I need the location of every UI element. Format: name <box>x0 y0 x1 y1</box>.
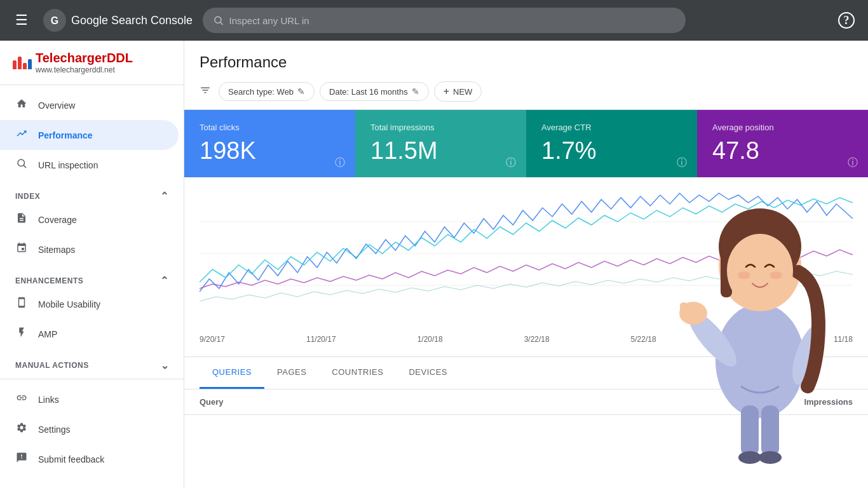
sidebar-item-performance[interactable]: Performance <box>0 120 179 150</box>
sidebar-section-index[interactable]: Index ⌃ <box>0 180 184 205</box>
sidebar-item-links[interactable]: Links <box>0 384 179 414</box>
clicks-col-label: Clicks <box>742 397 766 407</box>
sidebar-logo: TelechargerDDL www.telechargerddl.net <box>0 41 184 85</box>
clicks-help-icon[interactable]: ⓘ <box>335 156 345 170</box>
chart-area: 9/20/17 11/20/17 1/20/18 3/22/18 5/22/18… <box>184 177 868 357</box>
link-icon <box>15 392 28 407</box>
date-filter[interactable]: Date: Last 16 months ✎ <box>320 82 429 101</box>
sort-icon: ▼ <box>768 397 776 407</box>
sidebar-section-manual-actions[interactable]: Manual actions ⌃ <box>0 349 184 374</box>
main-content: Performance Search type: Web ✎ Date: Las… <box>184 41 868 488</box>
sidebar-section-enhancements[interactable]: Enhancements ⌃ <box>0 264 184 289</box>
metric-ctr[interactable]: Average CTR 1.7% ⓘ <box>526 110 697 177</box>
position-label: Average position <box>712 123 853 132</box>
filter-bar: Search type: Web ✎ Date: Last 16 months … <box>200 81 853 102</box>
date-label-3: 3/22/18 <box>524 335 550 344</box>
tab-countries-label: COUNTRIES <box>332 367 383 377</box>
date-edit-icon: ✎ <box>412 86 419 97</box>
table-header: Query Clicks ▼ Impressions <box>184 390 868 415</box>
sidebar-item-mobile-usability[interactable]: Mobile Usability <box>0 289 179 319</box>
tab-queries-label: QUERIES <box>212 367 252 377</box>
clicks-value: 198K <box>200 137 340 165</box>
ctr-label: Average CTR <box>541 123 682 132</box>
search-bar[interactable] <box>203 8 686 33</box>
svg-text:G: G <box>51 15 58 26</box>
help-button[interactable]: ? <box>835 9 858 32</box>
home-icon <box>15 98 28 112</box>
sidebar-item-sitemaps-label: Sitemaps <box>38 245 75 255</box>
date-label: Date: Last 16 months <box>329 87 408 97</box>
sidebar-item-sitemaps[interactable]: Sitemaps <box>0 234 179 264</box>
sidebar-item-submit-feedback-label: Submit feedback <box>38 454 104 464</box>
sidebar-item-url-inspection-label: URL inspection <box>38 160 98 170</box>
sidebar-item-submit-feedback[interactable]: Submit feedback <box>0 444 179 474</box>
sidebar-item-amp[interactable]: AMP <box>0 319 179 349</box>
enhancements-chevron-icon: ⌃ <box>160 274 169 287</box>
query-column-header: Query <box>200 397 700 407</box>
impressions-value: 11.5M <box>370 137 511 165</box>
settings-icon <box>15 422 28 437</box>
manual-actions-chevron-icon: ⌃ <box>160 359 169 371</box>
metric-clicks[interactable]: Total clicks 198K ⓘ <box>184 110 355 177</box>
logo-chart-icon <box>13 57 32 69</box>
position-value: 47.8 <box>712 137 853 165</box>
hamburger-menu-button[interactable]: ☰ <box>10 7 33 34</box>
ctr-help-icon[interactable]: ⓘ <box>677 156 687 170</box>
search-icon <box>213 15 224 26</box>
sidebar-item-mobile-usability-label: Mobile Usability <box>38 299 100 309</box>
clicks-label: Total clicks <box>200 123 340 132</box>
index-chevron-icon: ⌃ <box>160 190 169 202</box>
page-title: Performance <box>200 53 853 71</box>
clicks-column-header[interactable]: Clicks ▼ <box>700 397 776 407</box>
sitemaps-icon <box>15 242 28 257</box>
page-header: Performance Search type: Web ✎ Date: Las… <box>184 41 868 110</box>
filter-icon <box>200 85 211 99</box>
position-help-icon[interactable]: ⓘ <box>848 156 858 170</box>
sidebar-item-coverage[interactable]: Coverage <box>0 205 179 234</box>
date-label-6: 11/18 <box>834 335 853 344</box>
impressions-help-icon[interactable]: ⓘ <box>506 156 516 170</box>
sidebar-section-enhancements-label: Enhancements <box>15 276 83 285</box>
svg-line-5 <box>24 165 25 167</box>
tab-queries[interactable]: QUERIES <box>200 357 264 389</box>
sidebar-item-settings-label: Settings <box>38 424 71 435</box>
sidebar-item-url-inspection[interactable]: URL inspection <box>0 150 179 180</box>
app-logo-area: G Google Search Console <box>43 9 193 32</box>
date-label-1: 11/20/17 <box>306 335 336 344</box>
sidebar-section-index-label: Index <box>15 192 40 201</box>
plus-icon: + <box>444 86 449 97</box>
sidebar-item-overview[interactable]: Overview <box>0 90 179 120</box>
help-icon: ? <box>838 12 855 29</box>
sidebar-item-performance-label: Performance <box>38 130 93 140</box>
svg-line-3 <box>220 22 222 24</box>
sidebar: TelechargerDDL www.telechargerddl.net Ov… <box>0 41 184 488</box>
chart-dates: 9/20/17 11/20/17 1/20/18 3/22/18 5/22/18… <box>200 330 853 344</box>
sidebar-item-links-label: Links <box>38 395 59 405</box>
sidebar-nav: Overview Performance URL inspection Inde… <box>0 85 184 479</box>
metric-position[interactable]: Average position 47.8 ⓘ <box>697 110 868 177</box>
tab-pages[interactable]: PAGES <box>264 357 319 389</box>
search-type-filter[interactable]: Search type: Web ✎ <box>219 82 315 101</box>
logo-url: www.telechargerddl.net <box>36 65 133 74</box>
tab-devices[interactable]: DEVICES <box>396 357 460 389</box>
logo-text-ddl: DDL <box>107 51 133 65</box>
tab-devices-label: DEVICES <box>409 367 447 377</box>
new-filter-label: NEW <box>453 87 472 97</box>
tab-countries[interactable]: COUNTRIES <box>319 357 396 389</box>
top-navigation: ☰ G Google Search Console ? <box>0 0 868 41</box>
metrics-row: Total clicks 198K ⓘ Total impressions 11… <box>184 110 868 177</box>
logo-text-telecharger: Telecharger <box>36 51 107 65</box>
search-type-label: Search type: Web <box>228 87 294 97</box>
metric-impressions[interactable]: Total impressions 11.5M ⓘ <box>355 110 526 177</box>
search-input[interactable] <box>229 15 676 26</box>
sidebar-item-amp-label: AMP <box>38 329 57 339</box>
sidebar-item-overview-label: Overview <box>38 100 75 111</box>
coverage-icon <box>15 212 28 227</box>
sidebar-item-settings[interactable]: Settings <box>0 414 179 444</box>
site-logo: TelechargerDDL www.telechargerddl.net <box>13 51 133 74</box>
trending-up-icon <box>15 128 28 142</box>
tab-pages-label: PAGES <box>277 367 306 377</box>
new-filter-button[interactable]: + NEW <box>434 81 482 102</box>
google-search-console-logo-icon: G <box>43 9 66 32</box>
date-label-4: 5/22/18 <box>631 335 656 344</box>
